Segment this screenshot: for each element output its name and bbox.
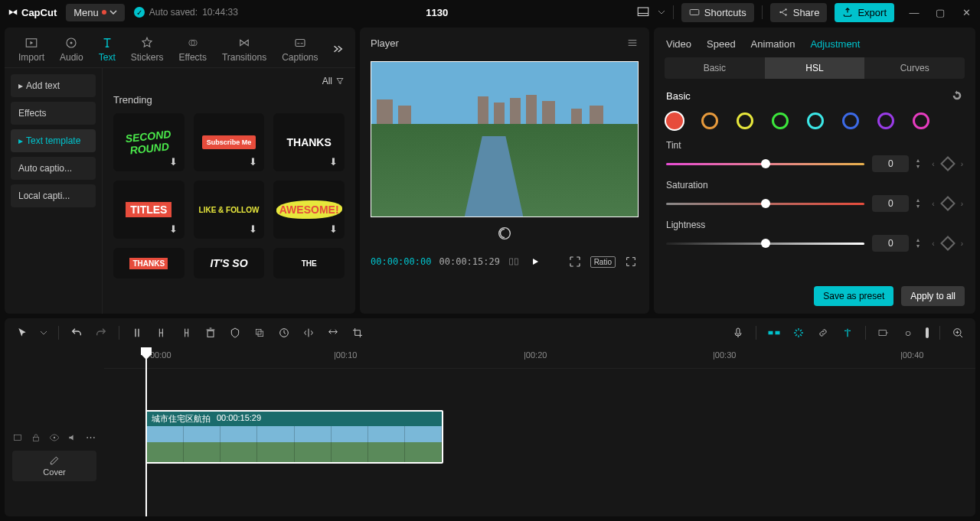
redo-button[interactable]	[94, 326, 108, 340]
template-item[interactable]: THANKS⬇	[273, 113, 345, 171]
maximize-button[interactable]: ▢	[934, 6, 946, 18]
download-icon[interactable]: ⬇	[169, 223, 181, 236]
swatch-magenta[interactable]	[913, 112, 929, 129]
swatch-yellow[interactable]	[737, 112, 753, 129]
download-icon[interactable]: ⬇	[329, 156, 341, 168]
template-item[interactable]: THANKS	[113, 248, 185, 278]
play-button[interactable]	[528, 254, 543, 269]
chevron-down-icon[interactable]	[658, 8, 665, 16]
chevron-down-icon[interactable]	[40, 329, 47, 337]
sidebar-item-text-template[interactable]: ▸Text template	[11, 129, 96, 152]
video-clip[interactable]: 城市住宅区航拍 00:00:15:29	[145, 410, 443, 464]
download-icon[interactable]: ⬇	[169, 156, 181, 168]
main-track-magnet-button[interactable]	[767, 326, 781, 340]
fullscreen-button[interactable]	[623, 254, 639, 269]
template-item[interactable]: THE	[273, 248, 345, 278]
more-tabs-button[interactable]	[328, 41, 348, 57]
eye-icon[interactable]	[49, 432, 60, 443]
auto-snap-button[interactable]	[792, 326, 805, 340]
marker-button[interactable]	[228, 326, 242, 340]
kf-prev[interactable]: ‹	[932, 200, 934, 208]
project-name[interactable]: 1130	[247, 7, 627, 18]
swatch-cyan[interactable]	[807, 112, 824, 129]
compare-icon[interactable]	[508, 256, 520, 268]
mute-icon[interactable]	[67, 432, 78, 443]
tab-audio[interactable]: Audio	[54, 34, 90, 64]
swatch-red[interactable]	[666, 112, 683, 129]
tab-speed[interactable]: Speed	[707, 38, 736, 50]
saturation-slider[interactable]	[666, 203, 864, 205]
minimize-button[interactable]: —	[908, 6, 920, 18]
filter-all-button[interactable]: All	[322, 76, 345, 86]
saturation-value[interactable]: 0	[872, 195, 909, 212]
crop-button[interactable]	[351, 326, 364, 340]
download-icon[interactable]: ⬇	[249, 156, 261, 168]
preview-axis-button[interactable]	[841, 326, 854, 340]
kf-next[interactable]: ›	[961, 200, 963, 208]
template-item[interactable]: LIKE & FOLLOW⬇	[194, 181, 265, 239]
link-button[interactable]	[816, 326, 830, 340]
template-item[interactable]: SECOND ROUND⬇	[113, 113, 185, 171]
sidebar-item-auto-captions[interactable]: Auto captio...	[11, 157, 96, 180]
reverse-button[interactable]	[277, 326, 291, 340]
rotate-button[interactable]	[326, 326, 340, 340]
template-item[interactable]: Subscribe Me⬇	[194, 113, 265, 171]
delete-button[interactable]	[204, 326, 217, 340]
record-vo-button[interactable]	[731, 326, 745, 340]
kf-prev[interactable]: ‹	[932, 160, 934, 168]
undo-button[interactable]	[70, 326, 83, 340]
player-viewport[interactable]	[371, 61, 639, 217]
selection-tool[interactable]	[15, 326, 29, 340]
sidebar-item-add-text[interactable]: ▸Add text	[11, 74, 96, 97]
mirror-button[interactable]	[302, 326, 315, 340]
subtab-basic[interactable]: Basic	[665, 57, 765, 79]
subtab-curves[interactable]: Curves	[864, 57, 965, 79]
sidebar-item-effects[interactable]: Effects	[11, 102, 96, 125]
swatch-purple[interactable]	[877, 112, 894, 129]
tab-stickers[interactable]: Stickers	[125, 34, 170, 64]
hamburger-icon[interactable]	[626, 37, 639, 49]
more-track-options[interactable]: ⋯	[86, 431, 96, 443]
tint-value[interactable]: 0	[872, 155, 909, 172]
reset-viewport-icon[interactable]	[496, 225, 513, 242]
scale-to-fit-button[interactable]	[567, 254, 583, 269]
saturation-keyframe[interactable]	[940, 196, 956, 211]
download-icon[interactable]: ⬇	[329, 223, 341, 236]
tab-adjustment[interactable]: Adjustment	[810, 38, 860, 50]
subtab-hsl[interactable]: HSL	[765, 57, 865, 79]
tab-text[interactable]: Text	[93, 34, 122, 64]
tint-slider[interactable]	[666, 163, 864, 165]
track-header-icon[interactable]	[12, 432, 23, 443]
apply-to-all-button[interactable]: Apply to all	[901, 286, 965, 306]
duplicate-button[interactable]	[253, 326, 266, 340]
close-button[interactable]: ✕	[960, 6, 972, 18]
trim-left-button[interactable]	[155, 326, 168, 340]
tab-video[interactable]: Video	[666, 38, 691, 50]
lightness-value[interactable]: 0	[872, 235, 909, 252]
shortcuts-button[interactable]: Shortcuts	[681, 3, 754, 22]
tint-down[interactable]: ▾	[916, 164, 924, 170]
export-button[interactable]: Export	[835, 3, 894, 22]
tab-animation[interactable]: Animation	[751, 38, 795, 50]
template-item[interactable]: TITLES⬇	[113, 181, 185, 239]
trim-right-button[interactable]	[179, 326, 193, 340]
sat-down[interactable]: ▾	[916, 204, 924, 210]
tab-import[interactable]: Import	[12, 34, 51, 64]
zoom-handle[interactable]	[926, 327, 929, 338]
swatch-green[interactable]	[772, 112, 789, 129]
template-item[interactable]: IT'S SO	[194, 248, 265, 278]
save-preset-button[interactable]: Save as preset	[814, 286, 893, 306]
ratio-button[interactable]: Ratio	[590, 256, 616, 268]
tab-captions[interactable]: Captions	[276, 34, 324, 64]
cover-button[interactable]: Cover	[12, 451, 96, 481]
swatch-blue[interactable]	[842, 112, 859, 129]
lock-icon[interactable]	[31, 432, 41, 443]
light-down[interactable]: ▾	[916, 243, 924, 249]
menu-button[interactable]: Menu	[66, 4, 125, 21]
download-icon[interactable]: ⬇	[249, 223, 261, 236]
lightness-slider[interactable]	[666, 243, 864, 245]
kf-next[interactable]: ›	[961, 160, 963, 168]
swatch-orange[interactable]	[701, 112, 718, 129]
sidebar-item-local-captions[interactable]: Local capti...	[11, 184, 96, 207]
split-button[interactable]	[130, 326, 144, 340]
